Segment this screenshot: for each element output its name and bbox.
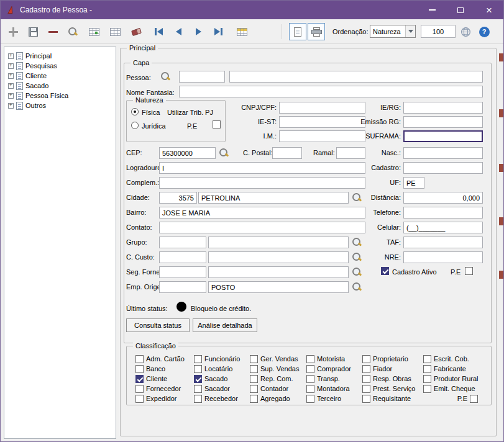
checkbox-icon[interactable] (135, 365, 144, 373)
minimize-button[interactable] (418, 1, 446, 19)
previous-record-button[interactable] (170, 23, 187, 40)
c-custo-name-field[interactable] (208, 251, 349, 263)
checkbox-icon[interactable] (194, 385, 202, 393)
next-record-button[interactable] (190, 23, 207, 40)
checkbox-icon[interactable] (423, 365, 431, 373)
checkbox-icon[interactable] (135, 355, 144, 363)
classificacao-item-escrit-cob[interactable]: Escrit. Cob. (423, 354, 485, 364)
classificacao-item-comprador[interactable]: Comprador (306, 364, 362, 374)
classificacao-item-adm-cartao[interactable]: Adm. Cartão (135, 354, 194, 364)
expand-icon[interactable] (8, 103, 14, 109)
consulta-status-button[interactable]: Consulta status (126, 318, 190, 332)
tree-item-sacado[interactable]: Sacado (4, 81, 116, 91)
analise-detalhada-button[interactable]: Análise detalhada (193, 318, 257, 332)
taf-field[interactable] (403, 237, 483, 248)
classificacao-item-p-e[interactable]: P.E (423, 394, 485, 404)
classificacao-item-montadora[interactable]: Montadora (306, 384, 362, 394)
tree-item-cliente[interactable]: Cliente (4, 71, 116, 81)
classificacao-item-expedidor[interactable]: Expedidor (135, 394, 194, 404)
expand-icon[interactable] (8, 63, 14, 69)
classificacao-item-requisitante[interactable]: Requisitante (362, 394, 423, 404)
seg-fornec-search-button[interactable] (350, 266, 364, 278)
expand-icon[interactable] (8, 93, 14, 99)
classificacao-item-prest-servico[interactable]: Prest. Serviço (362, 384, 423, 394)
ordenacao-select[interactable]: Natureza (370, 25, 416, 38)
maximize-button[interactable] (446, 1, 475, 19)
checkbox-icon[interactable] (362, 375, 370, 383)
checkbox-icon[interactable] (250, 375, 258, 383)
suframa-field[interactable] (403, 130, 483, 142)
checkbox-icon[interactable] (194, 395, 202, 403)
checkbox-icon[interactable] (306, 355, 314, 363)
expand-icon[interactable] (8, 53, 14, 59)
nome-fantasia-field[interactable] (179, 86, 483, 97)
close-button[interactable] (475, 1, 503, 19)
checkbox-icon[interactable] (306, 395, 314, 403)
chevron-down-icon[interactable] (405, 25, 415, 37)
emp-origem-name-field[interactable]: POSTO (208, 281, 349, 293)
checkbox-icon[interactable] (250, 365, 258, 373)
fisica-radio[interactable] (131, 108, 139, 115)
ie-rg-field[interactable] (403, 102, 483, 114)
classificacao-item-emit-cheque[interactable]: Emit. Cheque (423, 384, 485, 394)
bairro-field[interactable]: JOSE E MARIA (159, 207, 365, 219)
emissao-rg-field[interactable] (403, 116, 483, 128)
grid-view-button[interactable] (233, 23, 250, 40)
pessoa-code-field[interactable] (179, 71, 225, 83)
checkbox-icon[interactable] (250, 385, 258, 393)
checkbox-icon[interactable] (423, 375, 431, 383)
distancia-field[interactable]: 0,000 (403, 192, 483, 204)
classificacao-item-resp-obras[interactable]: Resp. Obras (362, 374, 423, 384)
checkbox-icon[interactable] (135, 395, 144, 403)
uf-field[interactable]: PE (403, 177, 424, 189)
insert-button[interactable] (4, 23, 22, 40)
classificacao-item-rep-com[interactable]: Rep. Com. (250, 374, 306, 384)
classificacao-item-agregado[interactable]: Agregado (250, 394, 306, 404)
first-record-button[interactable] (150, 23, 167, 40)
grupo-name-field[interactable] (208, 237, 349, 248)
cep-search-button[interactable] (217, 147, 231, 159)
c-custo-code-field[interactable] (159, 251, 206, 263)
classificacao-item-produtor-rural[interactable]: Produtor Rural (423, 374, 485, 384)
classificacao-item-transp[interactable]: Transp. (306, 374, 362, 384)
classificacao-item-fabricante[interactable]: Fabricante (423, 364, 485, 374)
juridica-radio[interactable] (131, 122, 139, 129)
checkbox-icon[interactable] (194, 375, 202, 383)
classificacao-item-ger-vendas[interactable]: Ger. Vendas (250, 354, 306, 364)
classificacao-item-recebedor[interactable]: Recebedor (194, 394, 250, 404)
pessoa-search-button[interactable] (158, 70, 172, 83)
checkbox-icon[interactable] (423, 385, 431, 393)
checkbox-icon[interactable] (362, 365, 370, 373)
telefone-field[interactable] (403, 207, 483, 219)
cadastro-ativo-checkbox[interactable] (381, 267, 389, 275)
classificacao-item-sup-vendas[interactable]: Sup. Vendas (250, 364, 306, 374)
checkbox-icon[interactable] (194, 355, 202, 363)
tree-item-principal[interactable]: Principal (4, 51, 116, 61)
nre-field[interactable] (403, 251, 483, 263)
classificacao-item-fornecedor[interactable]: Fornecedor (135, 384, 194, 394)
checkbox-icon[interactable] (306, 365, 314, 373)
seg-fornec-code-field[interactable] (159, 266, 206, 278)
cidade-code-field[interactable]: 3575 (159, 192, 197, 204)
spreadsheet-button[interactable] (85, 23, 103, 40)
checkbox-icon[interactable] (470, 395, 478, 403)
tree-item-outros[interactable]: Outros (4, 101, 116, 110)
pe-checkbox[interactable] (465, 267, 473, 275)
emp-origem-code-field[interactable] (159, 281, 206, 293)
classificacao-item-motorista[interactable]: Motorista (306, 354, 362, 364)
tree-item-pesquisas[interactable]: Pesquisas (4, 61, 116, 71)
checkbox-icon[interactable] (423, 355, 431, 363)
checkbox-icon[interactable] (362, 395, 370, 403)
last-record-button[interactable] (209, 23, 227, 40)
search-button[interactable] (64, 23, 81, 40)
clear-button[interactable] (127, 23, 145, 40)
new-document-button[interactable] (289, 23, 306, 40)
classificacao-item-banco[interactable]: Banco (135, 364, 194, 374)
save-button[interactable] (24, 23, 42, 40)
expand-icon[interactable] (8, 73, 14, 79)
checkbox-icon[interactable] (194, 365, 202, 373)
seg-fornec-name-field[interactable] (208, 266, 349, 278)
celular-field[interactable]: (__)_______ (403, 222, 483, 233)
table-button[interactable] (106, 23, 124, 40)
grupo-code-field[interactable] (159, 237, 206, 248)
